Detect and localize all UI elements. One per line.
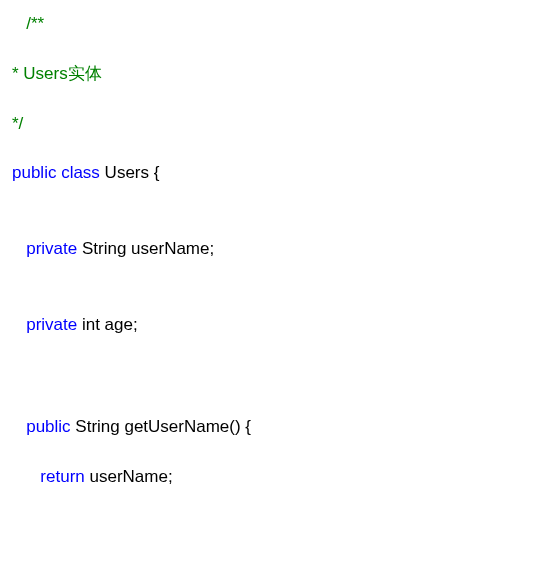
code-block: /** * Users实体 */ public class Users { pr… (0, 0, 556, 500)
code-indent (12, 315, 26, 334)
code-indent (12, 14, 26, 33)
method-getusername-line: public String getUserName() { (12, 415, 544, 439)
javadoc-desc-line: * Users实体 (12, 62, 544, 86)
field-name: userName; (131, 239, 214, 258)
javadoc-close: */ (12, 114, 23, 133)
field-age-line: private int age; (12, 313, 544, 337)
keyword-public-class: public class (12, 163, 100, 182)
javadoc-close-line: */ (12, 112, 544, 136)
javadoc-open: /** (26, 14, 44, 33)
code-indent (12, 417, 26, 436)
method-signature: getUserName() { (124, 417, 251, 436)
class-declaration-line: public class Users { (12, 161, 544, 185)
keyword-private: private (26, 315, 77, 334)
javadoc-open-line: /** (12, 12, 544, 36)
field-type: int (77, 315, 104, 334)
method-type: String (71, 417, 125, 436)
return-username-line: return userName; (12, 465, 544, 489)
code-indent (12, 467, 40, 486)
code-indent (12, 239, 26, 258)
class-name: Users { (100, 163, 160, 182)
keyword-public: public (26, 417, 70, 436)
field-type: String (77, 239, 131, 258)
keyword-private: private (26, 239, 77, 258)
return-value: userName; (85, 467, 173, 486)
javadoc-prefix: * (12, 64, 23, 83)
javadoc-text: Users实体 (23, 64, 101, 83)
field-name: age; (105, 315, 138, 334)
field-username-line: private String userName; (12, 237, 544, 261)
keyword-return: return (40, 467, 84, 486)
